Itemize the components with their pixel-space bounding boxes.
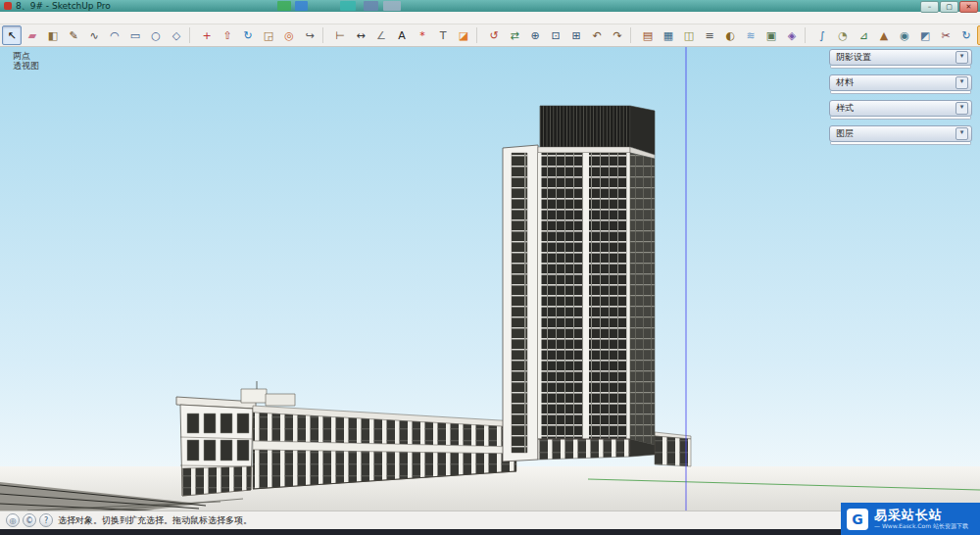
status-icon-glyph: ?	[44, 516, 48, 525]
protractor-tool[interactable]: ∠	[371, 25, 391, 45]
styles-icon[interactable]: ▤	[638, 25, 658, 45]
panel-header[interactable]: 材料 ▾	[829, 74, 972, 91]
tool-icon-glyph: ↶	[592, 30, 601, 41]
offset-tool[interactable]: ◎	[279, 25, 299, 45]
push-pull-tool[interactable]: ⇧	[218, 25, 237, 45]
panel-styles[interactable]: 样式 ▾	[829, 100, 972, 120]
rotate-tool[interactable]: ↻	[238, 25, 258, 45]
tool-icon-glyph: ≋	[746, 30, 755, 41]
line-tool[interactable]: ✎	[64, 25, 83, 45]
status-hint-text: 选择对象。切换到扩充选择。拖动鼠标选择多项。	[58, 514, 252, 527]
window-controls: – ▢ ✕	[920, 1, 978, 13]
status-credits-icon[interactable]: ©	[23, 513, 36, 527]
status-geolocation-icon[interactable]: ◎	[6, 513, 20, 527]
panel-header[interactable]: 图层 ▾	[829, 125, 972, 142]
tool-icon-glyph: ∿	[89, 30, 98, 41]
toolbar-separator	[189, 27, 194, 43]
panel-collapse-toggle[interactable]: ▾	[956, 51, 968, 64]
watermark-text: 易采站长站 — Www.Easck.Com 站长资源下载	[874, 508, 968, 530]
tool-icon-glyph: ⊞	[571, 30, 580, 41]
tool-icon-glyph: ◪	[459, 30, 468, 41]
tool-icon-glyph: ◠	[110, 30, 120, 41]
tool-icon-glyph: ⊢	[335, 30, 345, 41]
zoom-extents-tool[interactable]: ⊞	[566, 25, 586, 45]
plugin-icon-7[interactable]: ✂	[936, 25, 956, 45]
plugin-icon-8[interactable]: ↻	[956, 25, 976, 45]
tool-icon-glyph: ▰	[28, 30, 36, 41]
viewport-3d[interactable]: 两点 透视图 阴影设置 ▾ 材料 ▾	[0, 47, 980, 511]
status-icon-glyph: ©	[25, 516, 33, 525]
shadows-icon[interactable]: ◐	[720, 25, 740, 45]
panel-materials[interactable]: 材料 ▾	[829, 74, 972, 94]
orbit-tool[interactable]: ↺	[484, 25, 504, 45]
titlebar-glass-artifact	[364, 1, 378, 11]
panel-header[interactable]: 阴影设置 ▾	[829, 49, 972, 66]
follow-me-tool[interactable]: ↪	[300, 25, 319, 45]
tool-icon-glyph: A	[398, 30, 406, 41]
tool-icon-glyph: ∫	[819, 30, 825, 41]
tape-measure-tool[interactable]: ⊢	[330, 25, 350, 45]
panel-collapsed-body	[830, 91, 971, 94]
plugin-icon-6[interactable]: ◩	[915, 25, 935, 45]
tool-icon-glyph: ↺	[489, 30, 498, 41]
tool-icon-glyph: ◧	[48, 30, 58, 41]
tool-icon-glyph: ◇	[172, 30, 180, 41]
previous-view-tool[interactable]: ↶	[587, 25, 607, 45]
tool-icon-glyph: ⇧	[222, 30, 231, 41]
close-button[interactable]: ✕	[959, 1, 978, 13]
plugin-icon-3[interactable]: ⊿	[854, 25, 873, 45]
axes-tool[interactable]: *	[413, 25, 432, 45]
scenes-icon[interactable]: ◈	[782, 25, 802, 45]
pan-tool[interactable]: ⇄	[505, 25, 524, 45]
select-tool[interactable]: ↖	[2, 25, 22, 45]
panel-collapse-toggle[interactable]: ▾	[956, 127, 968, 140]
components-icon[interactable]: ◫	[679, 25, 699, 45]
status-help-icon[interactable]: ?	[39, 513, 53, 527]
next-view-tool[interactable]: ↷	[608, 25, 627, 45]
panel-collapse-toggle[interactable]: ▾	[956, 76, 968, 89]
eraser-tool[interactable]: ▰	[23, 25, 42, 45]
panel-collapse-toggle[interactable]: ▾	[956, 102, 968, 115]
rectangle-tool[interactable]: ▭	[125, 25, 145, 45]
layers-icon[interactable]: ≡	[700, 25, 719, 45]
tool-icon-glyph: ✎	[69, 30, 77, 41]
arc-tool[interactable]: ◠	[105, 25, 124, 45]
title-bar: 8、9# - SketchUp Pro – ▢ ✕	[0, 0, 980, 12]
views-icon[interactable]: ▣	[761, 25, 781, 45]
tool-icon-glyph: ▤	[643, 30, 653, 41]
plugin-icon-4[interactable]: ▲	[874, 25, 894, 45]
3d-text-tool[interactable]: T	[433, 25, 453, 45]
panel-layers[interactable]: 图层 ▾	[829, 125, 972, 145]
tool-icon-glyph: ✂	[941, 30, 950, 41]
fog-icon[interactable]: ≋	[741, 25, 760, 45]
panel-collapsed-body	[830, 117, 971, 120]
sketchup-window: 8、9# - SketchUp Pro – ▢ ✕ ↖ ▰ ◧ ✎ ∿	[0, 0, 980, 535]
freehand-tool[interactable]: ∿	[84, 25, 104, 45]
taskbar-strip	[0, 529, 980, 535]
plugin-icon-1[interactable]: ∫	[812, 25, 832, 45]
section-plane-tool[interactable]: ◪	[454, 25, 473, 45]
tool-icon-glyph: ⊡	[551, 30, 560, 41]
maximize-button[interactable]: ▢	[940, 1, 958, 13]
panel-shadow-settings[interactable]: 阴影设置 ▾	[829, 49, 972, 69]
plugin-icon-5[interactable]: ◉	[895, 25, 914, 45]
text-tool[interactable]: A	[392, 25, 412, 45]
plugin-icon-2[interactable]: ◔	[833, 25, 853, 45]
zoom-window-tool[interactable]: ⊡	[546, 25, 565, 45]
zoom-tool[interactable]: ⊕	[525, 25, 545, 45]
panel-header[interactable]: 样式 ▾	[829, 100, 972, 117]
paint-bucket-tool[interactable]: ◧	[43, 25, 63, 45]
materials-icon[interactable]: ▦	[659, 25, 678, 45]
tool-icon-glyph: +	[202, 30, 211, 41]
scale-tool[interactable]: ◲	[259, 25, 278, 45]
titlebar-glass-artifact	[340, 1, 356, 11]
panel-tray: 阴影设置 ▾ 材料 ▾ 样式 ▾	[829, 49, 972, 145]
polygon-tool[interactable]: ◇	[167, 25, 186, 45]
tool-icon-glyph: ▣	[766, 30, 776, 41]
circle-tool[interactable]: ○	[146, 25, 166, 45]
dimension-tool[interactable]: ↔	[351, 25, 370, 45]
minimize-button[interactable]: –	[920, 1, 939, 13]
tool-icon-glyph: ◎	[284, 30, 294, 41]
tool-icon-glyph: T	[440, 30, 447, 41]
move-tool[interactable]: +	[197, 25, 217, 45]
